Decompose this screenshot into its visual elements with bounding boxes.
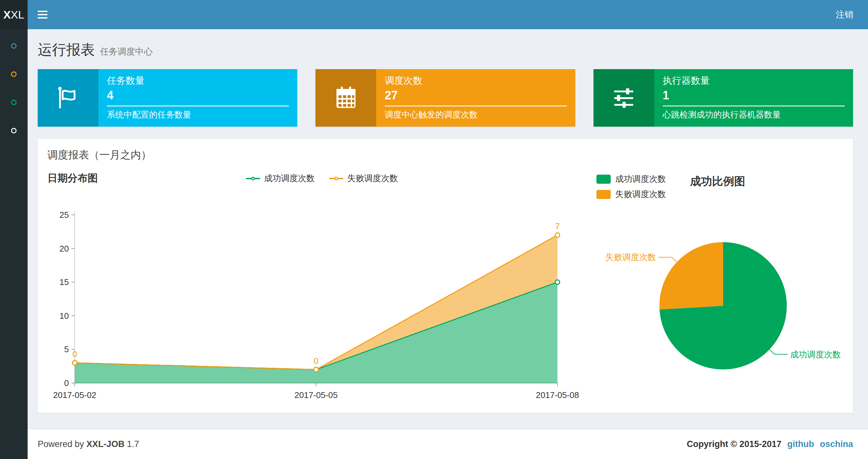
github-link[interactable]: github — [787, 439, 814, 449]
divider — [663, 105, 845, 106]
info-box-label: 任务数量 — [107, 74, 289, 87]
sidebar-nav — [0, 29, 28, 459]
info-box-value: 27 — [384, 89, 566, 102]
svg-text:0: 0 — [72, 349, 77, 359]
main-content: 运行报表 任务调度中心 任务数量 4 系统中配置的任务数量 — [28, 29, 868, 413]
copyright-text: Copyright © 2015-2017 — [687, 439, 782, 449]
svg-text:0: 0 — [314, 356, 318, 366]
success-ratio-chart: 成功调度次数 失败调度次数 成功比例图 成功调度次数失败调度次数 — [596, 171, 843, 406]
pie-chart-canvas: 成功调度次数失败调度次数 — [596, 199, 843, 393]
svg-text:10: 10 — [59, 311, 69, 321]
sidebar-item-executors[interactable] — [0, 88, 28, 117]
charts-row: 日期分布图 成功调度次数 失败调度次数 05101520252017-05-02… — [48, 171, 843, 406]
circle-icon — [11, 128, 17, 133]
info-box-label: 调度次数 — [384, 74, 566, 87]
flag-icon — [38, 69, 98, 127]
info-box-jobs: 任务数量 4 系统中配置的任务数量 — [38, 69, 297, 127]
info-box-value: 4 — [107, 89, 289, 102]
legend-label: 成功调度次数 — [615, 173, 666, 185]
svg-text:2017-05-02: 2017-05-02 — [53, 390, 96, 400]
logout-link[interactable]: 注销 — [821, 0, 868, 29]
svg-text:20: 20 — [59, 244, 69, 254]
svg-text:失败调度次数: 失败调度次数 — [605, 252, 656, 262]
info-box-label: 执行器数量 — [663, 74, 845, 87]
sidebar-item-logs[interactable] — [0, 117, 28, 145]
app-logo-bold: X — [3, 8, 11, 21]
oschina-link[interactable]: oschina — [820, 439, 853, 449]
circle-icon — [11, 71, 17, 77]
svg-text:25: 25 — [59, 210, 69, 220]
svg-text:2017-05-08: 2017-05-08 — [536, 390, 579, 400]
app-logo-rest: XL — [11, 8, 24, 21]
divider — [384, 105, 566, 106]
main-footer: Powered by XXL-JOB 1.7 Copyright © 2015-… — [28, 429, 868, 459]
page-subtitle: 任务调度中心 — [100, 46, 153, 58]
legend-item-success[interactable]: 成功调度次数 — [246, 173, 315, 184]
svg-text:15: 15 — [59, 277, 69, 287]
app-logo[interactable]: XXL — [0, 0, 28, 29]
circle-icon — [11, 43, 17, 49]
date-distribution-chart: 日期分布图 成功调度次数 失败调度次数 05101520252017-05-02… — [48, 171, 596, 406]
pie-chart-legend: 成功调度次数 失败调度次数 — [596, 173, 666, 204]
line-chart-canvas: 05101520252017-05-022017-05-052017-05-08… — [48, 199, 580, 406]
svg-text:0: 0 — [64, 378, 69, 388]
info-box-desc: 调度中心触发的调度次数 — [384, 109, 566, 121]
info-box-executors: 执行器数量 1 心跳检测成功的执行器机器数量 — [593, 69, 853, 127]
legend-swatch-icon — [596, 190, 611, 199]
legend-label: 失败调度次数 — [347, 173, 398, 184]
info-box-triggers: 调度次数 27 调度中心触发的调度次数 — [315, 69, 575, 127]
pie-legend-success[interactable]: 成功调度次数 — [596, 173, 666, 185]
svg-text:7: 7 — [555, 221, 560, 231]
line-marker-icon — [329, 178, 343, 179]
svg-text:2017-05-05: 2017-05-05 — [294, 390, 338, 400]
pie-chart-title: 成功比例图 — [690, 174, 745, 189]
page-title: 运行报表 — [38, 40, 95, 59]
info-box-desc: 心跳检测成功的执行器机器数量 — [663, 109, 845, 121]
divider — [107, 105, 289, 106]
legend-item-fail[interactable]: 失败调度次数 — [329, 173, 398, 184]
panel-title: 调度报表（一月之内） — [48, 148, 843, 162]
legend-label: 失败调度次数 — [615, 189, 666, 200]
line-chart-legend: 成功调度次数 失败调度次数 — [246, 173, 398, 184]
circle-icon — [11, 100, 17, 105]
report-panel: 调度报表（一月之内） 日期分布图 成功调度次数 失败调度次数 — [38, 139, 853, 413]
powered-by: Powered by XXL-JOB 1.7 — [38, 439, 139, 449]
sidebar-toggle-button[interactable] — [28, 0, 58, 29]
svg-text:5: 5 — [64, 345, 69, 354]
pie-legend-fail[interactable]: 失败调度次数 — [596, 189, 666, 200]
legend-label: 成功调度次数 — [264, 173, 315, 184]
info-box-desc: 系统中配置的任务数量 — [107, 109, 289, 121]
sliders-icon — [593, 69, 654, 127]
page-header: 运行报表 任务调度中心 — [28, 29, 868, 69]
sidebar-item-jobs[interactable] — [0, 60, 28, 88]
sidebar-item-dashboard[interactable] — [0, 32, 28, 60]
top-navbar: XXL 注销 — [0, 0, 868, 29]
line-chart-title: 日期分布图 — [48, 172, 98, 184]
hamburger-icon — [38, 11, 48, 12]
stats-row: 任务数量 4 系统中配置的任务数量 — [28, 69, 868, 127]
line-marker-icon — [246, 178, 260, 179]
calendar-icon — [315, 69, 376, 127]
info-box-value: 1 — [663, 89, 845, 102]
svg-text:成功调度次数: 成功调度次数 — [790, 350, 841, 359]
legend-swatch-icon — [596, 175, 611, 184]
